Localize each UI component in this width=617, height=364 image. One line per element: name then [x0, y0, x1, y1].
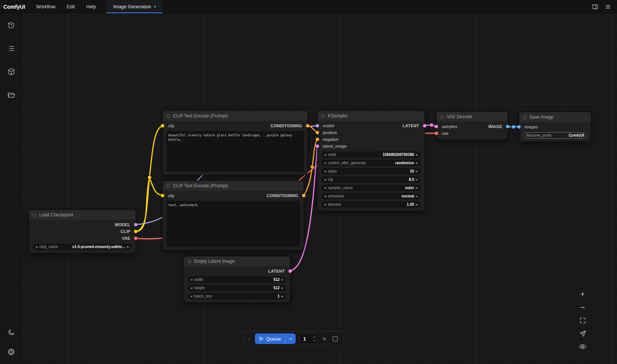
- node-clip-text-encode-negative[interactable]: CLIP Text Encode (Prompt) clip CONDITION…: [162, 180, 304, 250]
- collapse-dot-icon[interactable]: [167, 114, 170, 118]
- increment-icon[interactable]: ▶: [416, 170, 418, 173]
- node-library-icon[interactable]: [4, 41, 19, 56]
- node-load-checkpoint[interactable]: Load Checkpoint MODEL CLIP VAE ◀ ckpt_na…: [29, 210, 136, 253]
- widget-sampler-name[interactable]: ◀ sampler_name euler ▶: [321, 185, 421, 191]
- app-logo: ComfyUI: [0, 0, 31, 13]
- history-icon[interactable]: [4, 17, 19, 32]
- select-mode-icon[interactable]: [578, 329, 587, 338]
- clip-input-dot[interactable]: [161, 124, 164, 128]
- collapse-dot-icon[interactable]: [33, 213, 36, 217]
- widget-steps[interactable]: ◀ steps 20 ▶: [321, 168, 421, 174]
- node-vae-decode[interactable]: VAE Decode samples IMAGE vae: [436, 111, 508, 140]
- latent-output-dot[interactable]: [423, 124, 426, 128]
- drag-handle-icon[interactable]: ⋮: [247, 336, 251, 342]
- increment-icon[interactable]: ▶: [416, 203, 418, 206]
- decrement-icon[interactable]: ◀: [324, 203, 326, 206]
- toggle-panel-icon[interactable]: [590, 2, 600, 12]
- decrement-icon[interactable]: ◀: [324, 178, 326, 181]
- decrement-icon[interactable]: ◀: [324, 170, 326, 173]
- decrement-icon[interactable]: ◀: [190, 278, 192, 281]
- decrement-icon[interactable]: ◀: [324, 162, 326, 164]
- queue-options-chevron-icon[interactable]: [286, 333, 296, 344]
- vae-output-dot[interactable]: [134, 237, 137, 240]
- menu-workflow[interactable]: Workflow: [31, 4, 61, 9]
- collapse-dot-icon[interactable]: [188, 260, 191, 263]
- collapse-dot-icon[interactable]: [523, 116, 526, 119]
- positive-input-dot[interactable]: [316, 131, 319, 134]
- decrement-icon[interactable]: ◀: [190, 295, 192, 298]
- tab-image-generation[interactable]: Image Generation ●: [106, 0, 163, 13]
- prompt-textarea[interactable]: text, watermark: [166, 201, 300, 247]
- model-input-dot[interactable]: [316, 124, 319, 128]
- decrement-icon[interactable]: ◀: [35, 245, 37, 248]
- menu-edit[interactable]: Edit: [61, 4, 81, 9]
- widget-seed[interactable]: ◀ seed 156680208700286 ▶: [321, 151, 421, 158]
- increment-icon[interactable]: ▶: [416, 178, 418, 181]
- clear-queue-icon[interactable]: ×: [321, 336, 327, 342]
- collapse-dot-icon[interactable]: [440, 115, 444, 119]
- node-title-bar[interactable]: VAE Decode: [437, 112, 507, 122]
- zoom-in-icon[interactable]: +: [578, 290, 587, 298]
- conditioning-output-dot[interactable]: [302, 194, 305, 197]
- theme-moon-icon[interactable]: [4, 325, 19, 340]
- decrement-icon[interactable]: ◀: [324, 195, 326, 197]
- node-empty-latent-image[interactable]: Empty Latent Image LATENT ◀ width 512 ▶ …: [184, 256, 290, 303]
- node-title-bar[interactable]: Save Image: [519, 112, 591, 122]
- latent-input-dot[interactable]: [316, 145, 319, 148]
- decrement-icon[interactable]: ◀: [190, 287, 192, 289]
- node-title-bar[interactable]: CLIP Text Encode (Prompt): [163, 111, 307, 121]
- node-clip-text-encode-positive[interactable]: CLIP Text Encode (Prompt) clip CONDITION…: [162, 111, 308, 175]
- node-title-bar[interactable]: Load Checkpoint: [29, 210, 136, 220]
- workflows-folder-icon[interactable]: [4, 88, 19, 103]
- increment-icon[interactable]: ▶: [416, 153, 418, 156]
- node-title-bar[interactable]: Empty Latent Image: [184, 256, 290, 266]
- model-library-icon[interactable]: [4, 64, 19, 79]
- widget-control-after-generate[interactable]: ◀ control_after_generate randomize ▶: [321, 160, 421, 166]
- conditioning-output-dot[interactable]: [306, 124, 309, 128]
- node-title-bar[interactable]: CLIP Text Encode (Prompt): [163, 181, 304, 191]
- widget-ckpt-name[interactable]: ◀ ckpt_name v1-5-pruned-emaonly.safete..…: [33, 244, 132, 250]
- image-output-dot[interactable]: [506, 125, 509, 128]
- zoom-out-icon[interactable]: −: [578, 303, 587, 311]
- samples-input-dot[interactable]: [435, 125, 438, 128]
- vae-input-dot[interactable]: [435, 132, 438, 135]
- increment-icon[interactable]: ▶: [282, 278, 284, 281]
- increment-icon[interactable]: ▶: [282, 287, 284, 289]
- model-output-dot[interactable]: [134, 223, 137, 227]
- widget-batch-size[interactable]: ◀ batch_size 1 ▶: [188, 293, 286, 299]
- widget-scheduler[interactable]: ◀ scheduler normal ▶: [321, 193, 421, 199]
- collapse-dot-icon[interactable]: [321, 114, 325, 118]
- latent-output-dot[interactable]: [288, 270, 292, 273]
- increment-icon[interactable]: ▶: [416, 187, 418, 189]
- fit-view-icon[interactable]: [578, 316, 587, 324]
- stop-icon[interactable]: [333, 336, 338, 341]
- collapse-dot-icon[interactable]: [167, 184, 170, 188]
- decrement-icon[interactable]: ◀: [324, 153, 326, 156]
- increment-icon[interactable]: ▶: [282, 295, 284, 298]
- images-input-dot[interactable]: [517, 125, 521, 129]
- increment-icon[interactable]: ▶: [416, 162, 418, 164]
- increment-icon[interactable]: ▶: [127, 245, 129, 248]
- settings-gear-icon[interactable]: ⚙: [4, 344, 19, 359]
- widget-filename-prefix[interactable]: filename_prefix ComfyUI: [523, 132, 587, 139]
- clip-output-dot[interactable]: [134, 230, 137, 233]
- widget-width[interactable]: ◀ width 512 ▶: [188, 276, 286, 283]
- increment-icon[interactable]: ▶: [416, 195, 418, 197]
- negative-input-dot[interactable]: [316, 138, 319, 141]
- widget-denoise[interactable]: ◀ denoise 1.00 ▶: [321, 201, 421, 208]
- step-down-icon[interactable]: [313, 338, 316, 341]
- node-save-image[interactable]: Save Image images filename_prefix ComfyU…: [519, 112, 591, 142]
- batch-count-input[interactable]: 1: [299, 333, 318, 344]
- toggle-link-visibility-eye-icon[interactable]: [578, 342, 587, 351]
- node-title-bar[interactable]: KSampler: [318, 111, 424, 121]
- clip-input-dot[interactable]: [161, 194, 164, 197]
- widget-height[interactable]: ◀ height 512 ▶: [188, 285, 286, 291]
- hamburger-menu-icon[interactable]: [603, 2, 613, 12]
- queue-button[interactable]: Queue: [255, 333, 296, 344]
- widget-cfg[interactable]: ◀ cfg 8.0 ▶: [321, 176, 421, 183]
- menu-help[interactable]: Help: [80, 4, 102, 9]
- node-ksampler[interactable]: KSampler model LATENT positive negative: [317, 111, 425, 211]
- decrement-icon[interactable]: ◀: [324, 187, 326, 189]
- canvas-controls: + −: [578, 290, 587, 351]
- prompt-textarea[interactable]: beautiful scenery nature glass bottle la…: [166, 131, 304, 172]
